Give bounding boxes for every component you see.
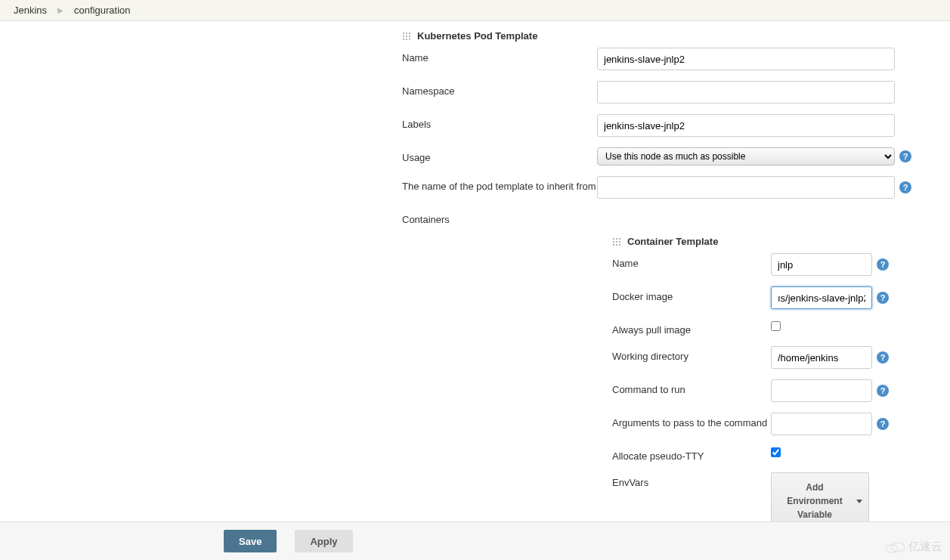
help-icon[interactable]: ?	[877, 385, 889, 397]
container-args-label: Arguments to pass to the command	[612, 413, 771, 429]
svg-point-16	[616, 244, 617, 246]
pod-name-label: Name	[402, 48, 597, 63]
breadcrumb: Jenkins ▶ configuration	[0, 0, 950, 21]
apply-button[interactable]: Apply	[295, 530, 352, 552]
help-icon[interactable]: ?	[877, 292, 889, 304]
pod-containers-label: Containers	[402, 209, 597, 225]
container-template-section: Container Template Name ? Docker image ?…	[612, 236, 920, 530]
container-args-input[interactable]	[771, 413, 872, 435]
container-image-input[interactable]	[771, 286, 872, 309]
container-always-pull-checkbox[interactable]	[771, 321, 781, 331]
breadcrumb-root[interactable]: Jenkins	[14, 5, 47, 16]
svg-point-15	[613, 244, 614, 246]
container-workdir-label: Working directory	[612, 346, 771, 362]
pod-section-title: Kubernetes Pod Template	[417, 30, 537, 42]
breadcrumb-separator-icon: ▶	[57, 6, 63, 14]
container-always-pull-label: Always pull image	[612, 320, 771, 336]
svg-point-11	[619, 238, 620, 240]
chevron-down-icon	[856, 500, 862, 503]
svg-point-9	[613, 238, 614, 240]
help-icon[interactable]: ?	[877, 351, 889, 364]
pod-usage-select[interactable]: Use this node as much as possible	[597, 147, 895, 166]
svg-point-12	[613, 241, 614, 243]
container-tty-checkbox[interactable]	[771, 447, 781, 457]
watermark: 亿速云	[884, 540, 942, 554]
drag-handle-icon[interactable]	[402, 32, 411, 41]
container-envvars-label: EnvVars	[612, 472, 771, 488]
svg-point-5	[409, 36, 410, 37]
svg-point-14	[619, 241, 620, 243]
pod-inherit-label: The name of the pod template to inherit …	[402, 176, 597, 192]
svg-point-17	[619, 244, 620, 246]
container-workdir-input[interactable]	[771, 346, 872, 369]
svg-point-6	[403, 39, 404, 40]
container-command-label: Command to run	[612, 379, 771, 395]
help-icon[interactable]: ?	[899, 150, 911, 162]
help-icon[interactable]: ?	[877, 258, 889, 271]
svg-point-0	[403, 32, 404, 34]
pod-namespace-input[interactable]	[597, 81, 895, 104]
drag-handle-icon[interactable]	[612, 237, 621, 246]
pod-name-input[interactable]	[597, 48, 895, 70]
svg-point-4	[406, 36, 407, 37]
container-image-label: Docker image	[612, 286, 771, 302]
pod-namespace-label: Namespace	[402, 81, 597, 97]
container-tty-label: Allocate pseudo-TTY	[612, 446, 771, 462]
save-button[interactable]: Save	[224, 530, 277, 552]
svg-point-10	[616, 238, 617, 240]
pod-template-section: Kubernetes Pod Template Name Namespace L…	[402, 30, 920, 225]
container-section-title: Container Template	[627, 236, 718, 247]
bottom-bar: Save Apply	[0, 521, 950, 560]
container-name-label: Name	[612, 253, 771, 269]
svg-point-8	[409, 39, 410, 40]
svg-point-7	[406, 39, 407, 40]
svg-point-2	[409, 32, 410, 34]
svg-point-1	[406, 32, 407, 34]
container-command-input[interactable]	[771, 379, 872, 402]
breadcrumb-current[interactable]: configuration	[74, 5, 130, 16]
container-name-input[interactable]	[771, 253, 872, 276]
pod-inherit-input[interactable]	[597, 176, 895, 199]
pod-labels-label: Labels	[402, 114, 597, 130]
help-icon[interactable]: ?	[877, 418, 889, 430]
svg-point-3	[403, 36, 404, 37]
help-icon[interactable]: ?	[899, 181, 911, 193]
svg-point-13	[616, 241, 617, 243]
pod-usage-label: Usage	[402, 147, 597, 163]
pod-labels-input[interactable]	[597, 114, 895, 137]
